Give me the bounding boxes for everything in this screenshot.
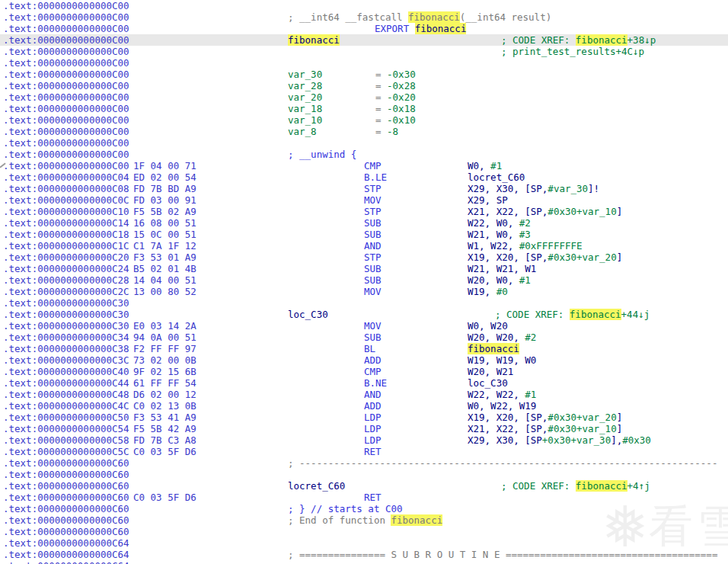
token: ; --------------------------------------… [288, 457, 717, 469]
highlighted-name[interactable]: fibonacci [468, 343, 519, 354]
asm-line[interactable]: .text:0000000000000C5CC0 03 5F D6RET [0, 446, 728, 457]
asm-line[interactable]: .text:0000000000000C38F2 FF FF 97BLfibon… [0, 343, 728, 354]
export-directive: EXPORT fibonacci [375, 23, 466, 34]
asm-line[interactable]: .text:0000000000000C00 [0, 0, 728, 11]
name-reference[interactable]: var_28 [288, 80, 322, 91]
asm-line[interactable]: .text:0000000000000C30 [0, 297, 728, 309]
token: X21, X22, [SP, [468, 423, 548, 434]
token: #0x30 [622, 434, 651, 446]
name-reference[interactable]: locret_C60 [288, 480, 345, 492]
asm-line[interactable]: .text:0000000000000C00var_20= -0x20 [0, 91, 728, 103]
name-reference[interactable]: ; print_test_results+4C↓p [501, 46, 644, 57]
asm-line[interactable]: .text:0000000000000C08FD 7B BD A9STPX29,… [0, 183, 728, 194]
asm-line[interactable]: .text:0000000000000C00; __unwind { [0, 149, 728, 160]
name-reference[interactable]: var_30 [288, 69, 322, 80]
highlighted-name[interactable]: fibonacci [288, 34, 340, 46]
asm-line[interactable]: .text:0000000000000C30loc_C30; CODE XREF… [0, 309, 728, 320]
highlighted-name: fibonacci [408, 11, 460, 23]
asm-line[interactable]: .text:0000000000000C3C73 02 00 0BADDW19,… [0, 354, 728, 366]
asm-line[interactable]: .text:0000000000000C409F 02 15 6BCMPW20,… [0, 366, 728, 377]
asm-line[interactable]: .text:0000000000000C00var_8= -8 [0, 126, 728, 137]
token: W0, W22, W19 [468, 400, 536, 412]
address-label: .text:0000000000000C00 [3, 23, 129, 34]
asm-line[interactable]: .text:0000000000000C20F3 53 01 A9STPX19,… [0, 252, 728, 263]
address-label: .text:0000000000000C60 [3, 514, 129, 526]
operands: W19, W19, W0 [468, 354, 536, 366]
highlighted-name[interactable]: fibonacci [576, 480, 627, 492]
asm-line[interactable]: .text:0000000000000C30E0 03 14 2AMOVW0, … [0, 320, 728, 332]
asm-line[interactable]: .text:0000000000000C2C13 00 80 52MOVW19,… [0, 286, 728, 297]
asm-line[interactable]: .text:0000000000000C1416 08 00 51SUBW22,… [0, 217, 728, 229]
address-label: .text:0000000000000C64 [3, 560, 129, 564]
asm-line[interactable]: .text:0000000000000C48D6 02 00 12ANDW22,… [0, 389, 728, 400]
asm-line[interactable]: .text:0000000000000C00 [0, 137, 728, 149]
byte-codes: C1 7A 1F 12 [133, 240, 196, 252]
asm-line[interactable]: .text:0000000000000C60C0 03 5F D6RET [0, 492, 728, 503]
address-label: .text:0000000000000C00 [3, 46, 129, 57]
name-reference[interactable]: loc_C30 [468, 377, 508, 389]
address-label: .text:0000000000000C00 [3, 91, 129, 103]
highlighted-name[interactable]: fibonacci [570, 309, 621, 320]
token: +4↑j [627, 480, 650, 492]
asm-line[interactable]: .text:0000000000000C60locret_C60; CODE X… [0, 480, 728, 492]
highlighted-name[interactable]: fibonacci [415, 23, 467, 34]
asm-line[interactable]: .text:0000000000000C00var_10= -0x10 [0, 114, 728, 126]
name-reference[interactable]: var_20 [288, 91, 322, 103]
asm-line[interactable]: .text:0000000000000C3494 0A 00 51SUBW20,… [0, 332, 728, 343]
asm-line[interactable]: .text:0000000000000C00; print_test_resul… [0, 46, 728, 57]
asm-line[interactable]: .text:0000000000000C00var_30= -0x30 [0, 69, 728, 80]
asm-line[interactable]: .text:0000000000000C00 [0, 57, 728, 69]
token: EXPORT [375, 23, 415, 34]
asm-line[interactable]: .text:0000000000000C60 [0, 526, 728, 537]
byte-codes: FD 7B C3 A8 [133, 434, 196, 446]
address-label: .text:0000000000000C54 [3, 423, 129, 434]
asm-line[interactable]: .text:0000000000000C4461 FF FF 54B.NEloc… [0, 377, 728, 389]
asm-line[interactable]: .text:0000000000000C54F5 5B 42 A9LDPX21,… [0, 423, 728, 434]
name-reference[interactable]: var_8 [288, 126, 317, 137]
token: X19, X20, [SP, [468, 412, 548, 423]
asm-line[interactable]: .text:0000000000000C001F 04 00 71CMPW0, … [0, 160, 728, 171]
asm-line[interactable]: .text:0000000000000C60 [0, 469, 728, 480]
asm-line[interactable]: .text:0000000000000C58FD 7B C3 A8LDPX29,… [0, 434, 728, 446]
function-prototype-comment: ; __int64 __fastcall fibonacci(__int64 r… [288, 11, 551, 23]
address-label: .text:0000000000000C38 [3, 343, 129, 354]
asm-line[interactable]: .text:0000000000000C00var_18= -0x18 [0, 103, 728, 114]
token: #2 [525, 332, 536, 343]
highlighted-name[interactable]: fibonacci [576, 34, 627, 46]
address-label: .text:0000000000000C3C [3, 354, 129, 366]
asm-line[interactable]: .text:0000000000000C64 [0, 537, 728, 549]
address-label: .text:0000000000000C60 [3, 469, 129, 480]
address-label: .text:0000000000000C00 [3, 114, 129, 126]
stack-var: var_18 [288, 103, 322, 114]
address-label: .text:0000000000000C5C [3, 446, 129, 457]
address-label: .text:0000000000000C00 [3, 80, 129, 91]
operands: loc_C30 [468, 377, 508, 389]
asm-line[interactable]: .text:0000000000000C60; } // starts at C… [0, 503, 728, 514]
asm-line[interactable]: .text:0000000000000C00; __int64 __fastca… [0, 11, 728, 23]
operands: X21, X22, [SP,#0x30+var_10] [468, 206, 622, 217]
asm-line[interactable]: .text:0000000000000C00EXPORT fibonacci [0, 23, 728, 34]
asm-line[interactable]: .text:0000000000000C64; =============== … [0, 549, 728, 560]
name-reference[interactable]: var_18 [288, 103, 322, 114]
token: #1 [525, 389, 536, 400]
asm-line[interactable]: .text:0000000000000C10F5 5B 02 A9STPX21,… [0, 206, 728, 217]
name-reference[interactable]: var_10 [288, 114, 322, 126]
asm-line[interactable]: .text:0000000000000C64 [0, 560, 728, 564]
operands: locret_C60 [468, 171, 525, 183]
asm-line[interactable]: .text:0000000000000C00var_28= -0x28 [0, 80, 728, 91]
asm-line[interactable]: .text:0000000000000C60; ----------------… [0, 457, 728, 469]
asm-line[interactable]: .text:0000000000000C1815 0C 00 51SUBW21,… [0, 229, 728, 240]
asm-line[interactable]: .text:0000000000000C50F3 53 41 A9LDPX19,… [0, 412, 728, 423]
name-reference[interactable]: loc_C30 [288, 309, 328, 320]
asm-line[interactable]: .text:0000000000000C0CFD 03 00 91MOVX29,… [0, 194, 728, 206]
mnemonic: SUB [364, 332, 382, 343]
asm-line[interactable]: .text:0000000000000C04ED 02 00 54B.LEloc… [0, 171, 728, 183]
asm-line[interactable]: .text:0000000000000C60; End of function … [0, 514, 728, 526]
highlighted-name[interactable]: fibonacci [391, 514, 442, 526]
name-reference[interactable]: locret_C60 [468, 171, 525, 183]
asm-line[interactable]: .text:0000000000000C1CC1 7A 1F 12ANDW1, … [0, 240, 728, 252]
asm-line-current[interactable]: .text:0000000000000C00fibonacci; CODE XR… [0, 34, 728, 46]
asm-line[interactable]: .text:0000000000000C24B5 02 01 4BSUBW21,… [0, 263, 728, 274]
asm-line[interactable]: .text:0000000000000C2814 04 00 51SUBW20,… [0, 274, 728, 286]
asm-line[interactable]: .text:0000000000000C4CC0 02 13 0BADDW0, … [0, 400, 728, 412]
